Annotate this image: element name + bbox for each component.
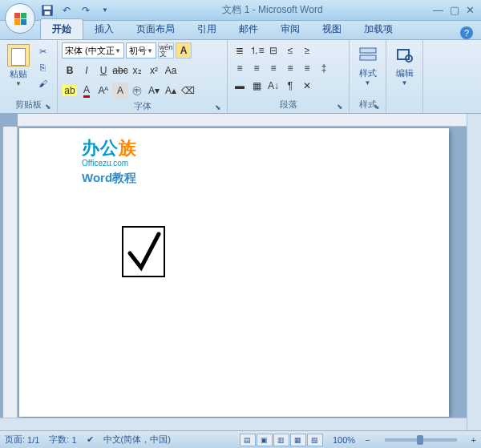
window-title: 文档 1 - Microsoft Word bbox=[112, 3, 433, 17]
document-page[interactable]: 办公族 Officezu.com Word教程 bbox=[19, 128, 449, 417]
redo-icon[interactable]: ↷ bbox=[79, 3, 93, 18]
numbering-button[interactable]: ⒈≡ bbox=[249, 42, 265, 59]
grow-font-button[interactable]: Aᴬ bbox=[95, 83, 111, 99]
subscript-button[interactable]: x₂ bbox=[129, 63, 145, 79]
asian-layout-button[interactable]: ✕ bbox=[299, 78, 315, 94]
tab-page-layout[interactable]: 页面布局 bbox=[125, 19, 186, 39]
zoom-slider-thumb[interactable] bbox=[417, 435, 423, 445]
view-draft-button[interactable]: ▧ bbox=[307, 434, 323, 446]
svg-rect-4 bbox=[360, 55, 376, 60]
editing-group-label bbox=[390, 99, 418, 111]
font-color-button[interactable]: A bbox=[79, 83, 95, 99]
svg-rect-3 bbox=[360, 48, 376, 53]
tab-home[interactable]: 开始 bbox=[40, 18, 83, 39]
phonetic-guide-button[interactable]: wén文 bbox=[158, 42, 174, 59]
editing-button[interactable]: 编辑 ▼ bbox=[390, 42, 418, 99]
status-spellcheck-icon[interactable]: ✔ bbox=[87, 434, 94, 445]
horizontal-scrollbar[interactable] bbox=[0, 418, 467, 430]
view-print-layout-button[interactable]: ▤ bbox=[240, 434, 256, 446]
tab-view[interactable]: 视图 bbox=[311, 19, 353, 39]
align-right-button[interactable]: ≡ bbox=[265, 60, 281, 76]
borders-button[interactable]: ▦ bbox=[249, 78, 265, 94]
justify-button[interactable]: ≡ bbox=[282, 60, 298, 76]
character-border-button[interactable]: A bbox=[176, 42, 192, 59]
tab-mailings[interactable]: 邮件 bbox=[228, 19, 269, 39]
strikethrough-button[interactable]: abc bbox=[112, 63, 128, 79]
paste-button[interactable]: 粘贴 ▼ bbox=[4, 42, 33, 99]
font-launcher-icon[interactable]: ⬊ bbox=[215, 103, 221, 111]
chevron-down-icon: ▼ bbox=[115, 47, 121, 54]
styles-button[interactable]: 样式 ▼ bbox=[354, 42, 382, 99]
status-zoom-value[interactable]: 100% bbox=[333, 435, 355, 445]
character-shading-button[interactable]: A bbox=[112, 83, 128, 99]
horizontal-ruler[interactable] bbox=[18, 114, 467, 127]
undo-icon[interactable]: ↶ bbox=[59, 3, 74, 18]
tab-review[interactable]: 审阅 bbox=[269, 19, 311, 39]
shrink-font-button[interactable]: A▾ bbox=[146, 83, 162, 99]
checkmark-box-shape[interactable] bbox=[122, 226, 165, 277]
tab-references[interactable]: 引用 bbox=[186, 19, 228, 39]
qat-customize-icon[interactable]: ▼ bbox=[98, 3, 112, 18]
align-left-button[interactable]: ≡ bbox=[232, 60, 248, 76]
show-marks-button[interactable]: ¶ bbox=[282, 78, 298, 94]
vertical-scrollbar[interactable] bbox=[467, 114, 481, 430]
distributed-button[interactable]: ≡ bbox=[299, 60, 315, 76]
svg-rect-5 bbox=[398, 50, 409, 59]
multilevel-list-button[interactable]: ⊟ bbox=[265, 42, 281, 59]
clipboard-launcher-icon[interactable]: ⬊ bbox=[45, 103, 51, 111]
clipboard-group-label: 剪贴板 bbox=[15, 99, 42, 109]
view-web-button[interactable]: ▥ bbox=[273, 434, 289, 446]
help-icon[interactable]: ? bbox=[460, 26, 473, 39]
paragraph-launcher-icon[interactable]: ⬊ bbox=[337, 103, 343, 111]
svg-rect-2 bbox=[45, 11, 51, 15]
save-icon[interactable] bbox=[40, 3, 55, 18]
svg-rect-1 bbox=[44, 6, 51, 10]
decrease-indent-button[interactable]: ≤ bbox=[282, 42, 298, 59]
watermark-logo: 办公族 Officezu.com Word教程 bbox=[82, 136, 137, 186]
zoom-out-button[interactable]: − bbox=[365, 435, 370, 445]
format-painter-icon[interactable]: 🖌 bbox=[35, 76, 50, 91]
align-center-button[interactable]: ≡ bbox=[249, 60, 265, 76]
bullets-button[interactable]: ≣ bbox=[232, 42, 248, 59]
view-outline-button[interactable]: ▦ bbox=[290, 434, 306, 446]
find-icon bbox=[395, 46, 414, 65]
tab-insert[interactable]: 插入 bbox=[83, 19, 125, 39]
zoom-slider[interactable] bbox=[385, 438, 457, 442]
shading-button[interactable]: ▬ bbox=[232, 78, 248, 94]
font-size-combo[interactable]: 初号▼ bbox=[126, 42, 156, 59]
office-logo-icon bbox=[14, 13, 26, 25]
zoom-in-button[interactable]: + bbox=[471, 435, 476, 445]
clear-formatting-button[interactable]: ⌫ bbox=[180, 83, 196, 99]
status-language[interactable]: 中文(简体，中国) bbox=[103, 434, 171, 446]
minimize-icon[interactable]: — bbox=[433, 4, 443, 16]
vertical-ruler[interactable] bbox=[3, 127, 18, 430]
status-page[interactable]: 页面: 1/1 bbox=[5, 434, 39, 446]
superscript-button[interactable]: x² bbox=[146, 63, 162, 79]
font-group-label: 字体 bbox=[134, 101, 152, 111]
office-button[interactable] bbox=[5, 3, 35, 34]
chevron-down-icon: ▼ bbox=[147, 47, 153, 54]
enclose-characters-button[interactable]: ㊥ bbox=[129, 83, 145, 99]
italic-button[interactable]: I bbox=[79, 63, 95, 79]
line-spacing-button[interactable]: ‡ bbox=[316, 60, 332, 76]
view-fullscreen-button[interactable]: ▣ bbox=[257, 434, 273, 446]
maximize-icon[interactable]: ▢ bbox=[450, 4, 459, 16]
tab-addins[interactable]: 加载项 bbox=[353, 19, 404, 39]
cut-icon[interactable]: ✂ bbox=[35, 44, 50, 59]
styles-launcher-icon[interactable]: ⬊ bbox=[374, 103, 380, 111]
increase-indent-button[interactable]: ≥ bbox=[299, 42, 315, 59]
clipboard-icon bbox=[7, 44, 30, 67]
bold-button[interactable]: B bbox=[62, 63, 78, 79]
sort-button[interactable]: A↓ bbox=[265, 78, 281, 94]
copy-icon[interactable]: ⎘ bbox=[35, 60, 50, 75]
styles-icon bbox=[358, 46, 378, 65]
highlight-button[interactable]: ab bbox=[62, 83, 78, 99]
underline-button[interactable]: U bbox=[95, 63, 111, 79]
close-icon[interactable]: ✕ bbox=[466, 4, 475, 16]
paragraph-group-label: 段落 bbox=[280, 99, 297, 109]
change-case-button[interactable]: Aa bbox=[163, 63, 179, 79]
font-name-combo[interactable]: 宋体 (中文正▼ bbox=[62, 42, 124, 59]
status-word-count[interactable]: 字数: 1 bbox=[49, 434, 76, 446]
grow-font-icon[interactable]: A▴ bbox=[163, 83, 179, 99]
